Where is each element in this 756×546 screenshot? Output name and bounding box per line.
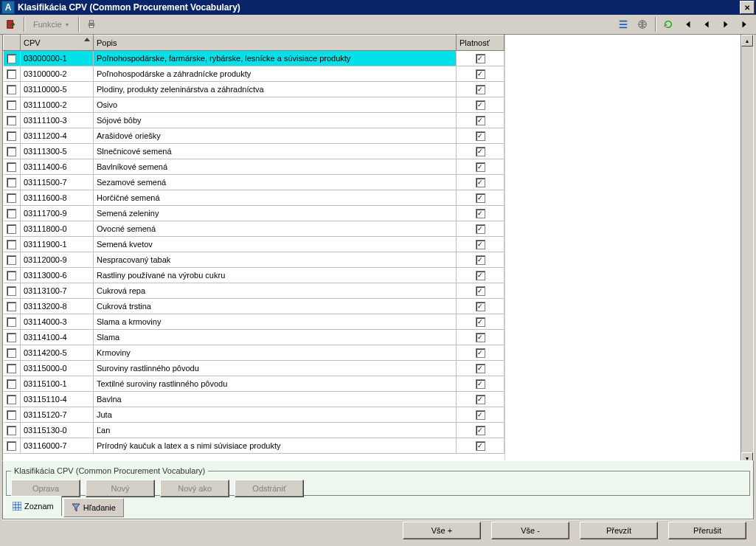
- row-select-checkbox[interactable]: [4, 221, 21, 237]
- table-row[interactable]: 03111400-6Bavlníkové semená✓: [4, 159, 504, 175]
- funkcie-menu[interactable]: Funkcie ▼: [29, 17, 74, 32]
- odstranit-button[interactable]: Odstrániť: [235, 480, 304, 497]
- row-select-checkbox[interactable]: [4, 268, 21, 283]
- cell-cpv[interactable]: 03113100-7: [21, 283, 94, 299]
- table-row[interactable]: 03111500-7Sezamové semená✓: [4, 175, 504, 190]
- table-row[interactable]: 03116000-7Prírodný kaučuk a latex a s ni…: [4, 438, 504, 454]
- cell-popis[interactable]: Krmoviny: [94, 345, 457, 361]
- cell-platnost[interactable]: ✓: [457, 361, 504, 376]
- row-select-checkbox[interactable]: [4, 314, 21, 330]
- cell-platnost[interactable]: ✓: [457, 376, 504, 392]
- row-select-checkbox[interactable]: [4, 392, 21, 407]
- cell-popis[interactable]: Cukrová repa: [94, 283, 457, 299]
- checkbox-icon[interactable]: [7, 209, 16, 218]
- checkbox-icon[interactable]: ✓: [476, 426, 485, 435]
- nav-prev-icon[interactable]: [698, 17, 715, 32]
- cell-platnost[interactable]: ✓: [457, 252, 504, 268]
- table-row[interactable]: 03111900-1Semená kvetov✓: [4, 237, 504, 252]
- checkbox-icon[interactable]: ✓: [476, 240, 485, 249]
- cell-platnost[interactable]: ✓: [457, 345, 504, 361]
- table-row[interactable]: 03113200-8Cukrová trstina✓: [4, 299, 504, 314]
- checkbox-icon[interactable]: ✓: [476, 224, 485, 234]
- cell-cpv[interactable]: 03113000-6: [21, 268, 94, 283]
- row-select-checkbox[interactable]: [4, 283, 21, 299]
- cell-cpv[interactable]: 03114000-3: [21, 314, 94, 330]
- table-row[interactable]: 03114100-4Slama✓: [4, 330, 504, 345]
- cell-platnost[interactable]: ✓: [457, 268, 504, 283]
- cell-platnost[interactable]: ✓: [457, 97, 504, 113]
- checkbox-icon[interactable]: ✓: [476, 255, 485, 265]
- row-select-checkbox[interactable]: [4, 237, 21, 252]
- checkbox-icon[interactable]: [7, 333, 16, 342]
- nav-last-icon[interactable]: [737, 17, 753, 32]
- list-icon[interactable]: [615, 17, 631, 32]
- checkbox-icon[interactable]: [7, 240, 16, 249]
- novy-ako-button[interactable]: Nový ako: [160, 480, 229, 497]
- cell-platnost[interactable]: ✓: [457, 299, 504, 314]
- cell-platnost[interactable]: ✓: [457, 113, 504, 128]
- cell-platnost[interactable]: ✓: [457, 175, 504, 190]
- cell-popis[interactable]: Juta: [94, 407, 457, 423]
- row-select-checkbox[interactable]: [4, 376, 21, 392]
- checkbox-icon[interactable]: [7, 441, 16, 451]
- row-select-checkbox[interactable]: [4, 175, 21, 190]
- cell-cpv[interactable]: 03111100-3: [21, 113, 94, 128]
- checkbox-icon[interactable]: [7, 147, 16, 156]
- table-row[interactable]: 03000000-1Poľnohospodárske, farmárske, r…: [4, 51, 504, 66]
- nav-first-icon[interactable]: [679, 17, 696, 32]
- table-row[interactable]: 03111200-4Arašidové oriešky✓: [4, 128, 504, 144]
- row-select-checkbox[interactable]: [4, 361, 21, 376]
- row-select-checkbox[interactable]: [4, 113, 21, 128]
- cell-cpv[interactable]: 03113200-8: [21, 299, 94, 314]
- globe-icon[interactable]: [634, 17, 651, 32]
- cell-platnost[interactable]: ✓: [457, 438, 504, 454]
- cell-platnost[interactable]: ✓: [457, 423, 504, 438]
- cell-popis[interactable]: Suroviny rastlinného pôvodu: [94, 361, 457, 376]
- exit-icon[interactable]: [3, 17, 19, 32]
- scroll-up-icon[interactable]: ▴: [741, 35, 753, 46]
- row-select-checkbox[interactable]: [4, 407, 21, 423]
- print-icon[interactable]: [83, 17, 100, 32]
- cell-popis[interactable]: Arašidové oriešky: [94, 128, 457, 144]
- row-select-checkbox[interactable]: [4, 66, 21, 82]
- table-row[interactable]: 03115120-7Juta✓: [4, 407, 504, 423]
- row-select-checkbox[interactable]: [4, 128, 21, 144]
- checkbox-icon[interactable]: [7, 100, 16, 110]
- checkbox-icon[interactable]: ✓: [476, 441, 485, 451]
- tab-hladanie[interactable]: Hľadanie: [63, 498, 124, 517]
- cell-cpv[interactable]: 03111200-4: [21, 128, 94, 144]
- checkbox-icon[interactable]: ✓: [476, 395, 485, 404]
- cell-cpv[interactable]: 03116000-7: [21, 438, 94, 454]
- tab-zoznam[interactable]: Zoznam: [4, 496, 62, 516]
- row-select-checkbox[interactable]: [4, 159, 21, 175]
- checkbox-icon[interactable]: [7, 255, 16, 265]
- col-select[interactable]: [4, 35, 21, 51]
- checkbox-icon[interactable]: [7, 410, 16, 420]
- col-cpv[interactable]: CPV: [21, 35, 94, 51]
- cell-popis[interactable]: Slnečnicové semená: [94, 144, 457, 159]
- cell-cpv[interactable]: 03100000-2: [21, 66, 94, 82]
- checkbox-icon[interactable]: [7, 379, 16, 389]
- cell-popis[interactable]: Bavlna: [94, 392, 457, 407]
- vse-minus-button[interactable]: Vše -: [491, 522, 569, 539]
- checkbox-icon[interactable]: [7, 317, 16, 327]
- checkbox-icon[interactable]: ✓: [476, 209, 485, 218]
- cell-platnost[interactable]: ✓: [457, 159, 504, 175]
- checkbox-icon[interactable]: [7, 54, 16, 63]
- checkbox-icon[interactable]: ✓: [476, 317, 485, 327]
- checkbox-icon[interactable]: [7, 85, 16, 94]
- checkbox-icon[interactable]: ✓: [476, 178, 485, 187]
- checkbox-icon[interactable]: [7, 364, 16, 373]
- checkbox-icon[interactable]: [7, 116, 16, 125]
- checkbox-icon[interactable]: ✓: [476, 193, 485, 203]
- checkbox-icon[interactable]: ✓: [476, 364, 485, 373]
- checkbox-icon[interactable]: [7, 395, 16, 404]
- row-select-checkbox[interactable]: [4, 330, 21, 345]
- cell-popis[interactable]: Cukrová trstina: [94, 299, 457, 314]
- cell-platnost[interactable]: ✓: [457, 330, 504, 345]
- checkbox-icon[interactable]: [7, 69, 16, 79]
- prevzit-button[interactable]: Převzít: [580, 522, 658, 539]
- cell-platnost[interactable]: ✓: [457, 144, 504, 159]
- table-row[interactable]: 03111800-0Ovocné semená✓: [4, 221, 504, 237]
- cell-cpv[interactable]: 03115110-4: [21, 392, 94, 407]
